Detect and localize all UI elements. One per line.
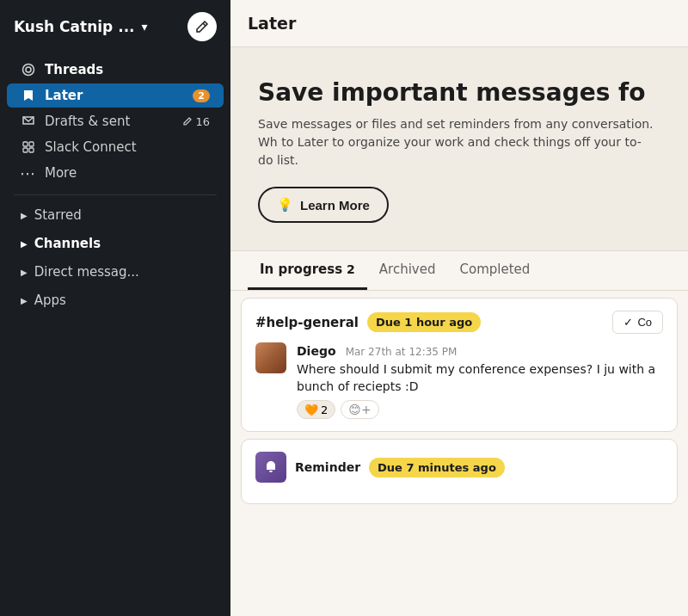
tabs-bar: In progress 2 Archived Completed [230,251,688,291]
avatar [255,342,286,373]
reactions: 🧡 2 😊+ [297,400,663,419]
connect-icon [21,139,36,155]
main-content: Later Save important messages fo Save me… [230,0,688,616]
hero-description: Save messages or files and set reminders… [258,115,654,169]
svg-rect-2 [23,142,28,146]
message-card: #help-general Due 1 hour ago ✓ Co Diego … [241,298,678,432]
heart-emoji: 🧡 [304,403,318,416]
tab-completed[interactable]: Completed [448,251,543,290]
bookmark-icon [21,88,36,103]
sidebar-item-more[interactable]: ⋯ More [7,161,224,185]
message-sender: Diego [297,344,336,358]
lightbulb-icon: 💡 [277,197,293,213]
drafts-icon [21,114,36,129]
svg-rect-5 [29,148,34,152]
add-reaction-button[interactable]: 😊+ [341,400,378,419]
page-title: Later [248,14,296,33]
later-badge: 2 [193,89,210,102]
reminder-label: Reminder [295,460,360,474]
message-content: Diego Mar 27th at 12:35 PM Where should … [297,342,663,419]
sidebar-section-directmessages[interactable]: ▶ Direct messag... [7,258,224,286]
apps-label: Apps [34,293,66,308]
learn-more-button[interactable]: 💡 Learn More [258,187,389,223]
learn-more-label: Learn More [300,198,370,213]
header-row: #help-general Due 1 hour ago [255,312,481,332]
hero-title: Save important messages fo [258,78,660,107]
sidebar-item-threads[interactable]: Threads [7,58,224,82]
sidebar-divider [14,194,217,195]
tab-inprogress-label: In progress [260,262,342,277]
sidebar-section-apps[interactable]: ▶ Apps [7,286,224,314]
reminder-header-row: Reminder Due 7 minutes ago [255,452,505,483]
tab-inprogress[interactable]: In progress 2 [248,251,367,290]
sidebar-sections: ▶ Starred ▶ Channels ▶ Direct messag... … [0,200,230,315]
sidebar-item-later[interactable]: Later 2 [7,83,224,108]
due-badge: Due 1 hour ago [367,312,481,332]
channel-name: #help-general [255,315,359,330]
svg-rect-4 [23,148,28,152]
message-text: Where should I submit my conference expe… [297,361,663,395]
drafts-label: Drafts & sent [45,114,130,129]
reminder-card-header: Reminder Due 7 minutes ago [255,452,663,483]
message-card-reminder: Reminder Due 7 minutes ago [241,439,678,504]
message-list: #help-general Due 1 hour ago ✓ Co Diego … [230,291,688,616]
svg-rect-3 [29,142,34,146]
due-min-badge: Due 7 minutes ago [369,458,505,477]
tab-archived-label: Archived [379,262,436,277]
reaction-count: 2 [321,403,328,416]
tab-archived[interactable]: Archived [367,251,448,290]
dm-label: Direct messag... [34,264,139,280]
main-header: Later [230,0,688,47]
chevron-right-icon: ▶ [21,239,28,249]
checkmark-icon: ✓ [624,316,633,329]
compose-icon [195,20,209,34]
threads-icon [21,62,36,77]
pencil-icon [182,116,193,126]
message-body: Diego Mar 27th at 12:35 PM Where should … [255,342,663,419]
add-reaction-icon: 😊+ [348,403,371,416]
more-icon: ⋯ [21,165,36,181]
sidebar-item-drafts[interactable]: Drafts & sent 16 [7,109,224,133]
channels-label: Channels [34,236,101,251]
sidebar-item-slackconnect[interactable]: Slack Connect [7,135,224,159]
tab-inprogress-count: 2 [347,262,355,276]
reminder-avatar [255,452,286,483]
workspace-header[interactable]: Kush Catnip ... ▾ [0,0,230,53]
sidebar-nav: Threads Later 2 Drafts & sent [0,53,230,189]
compose-button[interactable] [187,12,217,41]
sidebar-section-starred[interactable]: ▶ Starred [7,201,224,229]
workspace-name: Kush Catnip ... [14,18,135,35]
later-label: Later [45,88,83,103]
slackconnect-label: Slack Connect [45,139,137,155]
hero-section: Save important messages fo Save messages… [230,47,688,251]
bell-icon [263,459,279,475]
threads-label: Threads [45,62,103,77]
svg-point-0 [23,65,34,76]
drafts-count: 16 [182,115,210,128]
reaction-heart[interactable]: 🧡 2 [297,400,335,419]
chevron-right-icon: ▶ [21,211,28,220]
chevron-right-icon: ▶ [21,296,28,305]
sidebar-section-channels[interactable]: ▶ Channels [7,230,224,257]
message-time: Mar 27th at 12:35 PM [346,346,458,358]
sidebar: Kush Catnip ... ▾ Threads [0,0,230,616]
complete-button[interactable]: ✓ Co [612,311,663,334]
chevron-right-icon: ▶ [21,268,28,277]
workspace-chevron-icon: ▾ [142,20,148,34]
starred-label: Starred [34,207,82,223]
svg-point-1 [26,67,31,72]
message-card-header: #help-general Due 1 hour ago ✓ Co [255,311,663,334]
more-label: More [45,165,77,181]
complete-label: Co [637,316,652,329]
tab-completed-label: Completed [460,262,531,277]
